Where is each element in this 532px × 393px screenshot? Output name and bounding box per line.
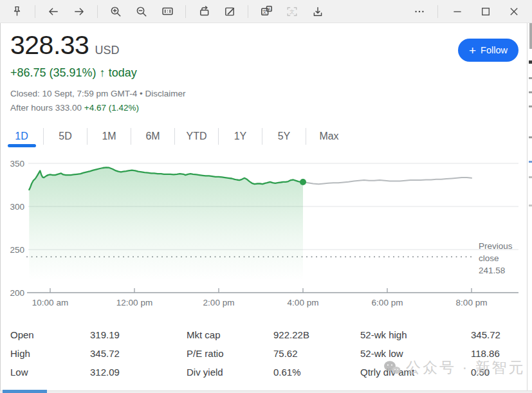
- download-icon[interactable]: [305, 0, 331, 23]
- maximize-icon[interactable]: [472, 0, 500, 23]
- stat-52wk-high: 52-wk high345.72: [360, 325, 521, 344]
- stat-low: Low312.09: [10, 363, 171, 381]
- stat-52wk-low: 52-wk low118.86: [360, 344, 521, 363]
- stat-div-yield: Div yield0.61%: [187, 363, 347, 381]
- toolbar-divider: [185, 5, 186, 18]
- stat-open: Open319.19: [10, 325, 171, 344]
- svg-text:10:00 am: 10:00 am: [32, 298, 68, 307]
- toolbar-divider: [248, 5, 248, 18]
- svg-text:2:00 pm: 2:00 pm: [203, 298, 235, 307]
- stat-pe-ratio: P/E ratio75.62: [187, 344, 347, 363]
- svg-text:250: 250: [10, 245, 24, 255]
- edit-icon[interactable]: [217, 0, 243, 23]
- extract-text-icon[interactable]: 文: [279, 0, 305, 23]
- svg-text:6:00 pm: 6:00 pm: [372, 298, 403, 307]
- svg-text:文: 文: [289, 8, 295, 14]
- zoom-in-icon[interactable]: [103, 0, 129, 23]
- right-edge-sliver: [527, 23, 532, 393]
- after-hours-line: After hours 333.00 +4.67 (1.42%): [10, 103, 139, 113]
- toolbar: A文 文: [0, 0, 532, 23]
- up-arrow-icon: ↑: [100, 66, 105, 79]
- more-icon[interactable]: [407, 0, 432, 23]
- zoom-out-icon[interactable]: [129, 0, 154, 23]
- actual-size-icon[interactable]: [154, 0, 180, 23]
- forward-icon[interactable]: [66, 0, 92, 23]
- svg-text:12:00 pm: 12:00 pm: [116, 298, 152, 307]
- tab-1y[interactable]: 1Y: [219, 125, 262, 148]
- price-change: +86.75 (35.91%) ↑ today: [10, 66, 137, 80]
- disclaimer-link[interactable]: Disclaimer: [145, 89, 186, 98]
- plus-icon: +: [469, 44, 476, 57]
- tab-5y[interactable]: 5Y: [262, 125, 306, 148]
- tab-max[interactable]: Max: [306, 125, 352, 148]
- tab-1d[interactable]: 1D: [0, 125, 43, 148]
- stock-price: 328.33: [10, 31, 89, 59]
- svg-text:文: 文: [262, 9, 267, 15]
- toolbar-divider: [437, 5, 438, 18]
- previous-close-label: Previous close 241.58: [479, 240, 513, 277]
- svg-text:200: 200: [10, 288, 24, 298]
- price-chart[interactable]: 35030025020010:00 am12:00 pm2:00 pm4:00 …: [0, 154, 532, 318]
- range-tabs: 1D 5D 1M 6M YTD 1Y 5Y Max: [0, 125, 352, 148]
- pin-icon[interactable]: [4, 0, 30, 23]
- vertical-scrollbar-thumb[interactable]: [529, 23, 532, 49]
- minimize-icon[interactable]: [443, 0, 472, 23]
- toolbar-divider: [97, 5, 98, 18]
- svg-text:8:00 pm: 8:00 pm: [456, 298, 488, 307]
- back-icon[interactable]: [41, 0, 66, 23]
- stat-mkt-cap: Mkt cap922.22B: [187, 325, 347, 344]
- svg-text:350: 350: [10, 159, 24, 169]
- app-window: A文 文 328.33 USD +86.75 (35.91%) ↑ today: [0, 0, 532, 393]
- rotate-icon[interactable]: [191, 0, 217, 23]
- stat-high: High345.72: [10, 344, 171, 363]
- after-hours-change: +4.67 (1.42%): [84, 103, 139, 113]
- close-icon[interactable]: [500, 0, 528, 23]
- translate-icon[interactable]: A文: [253, 0, 279, 23]
- tab-ytd[interactable]: YTD: [175, 125, 218, 148]
- toolbar-divider: [35, 5, 35, 18]
- svg-text:4:00 pm: 4:00 pm: [288, 298, 319, 307]
- currency-label: USD: [95, 44, 119, 57]
- horizontal-scrollbar-thumb[interactable]: [3, 390, 47, 393]
- svg-text:300: 300: [10, 202, 24, 212]
- tab-6m[interactable]: 6M: [131, 125, 174, 148]
- market-status: Closed: 10 Sept, 7:59 pm GMT-4 • Disclai…: [10, 89, 186, 98]
- tab-1m[interactable]: 1M: [87, 125, 131, 148]
- tab-5d[interactable]: 5D: [44, 125, 87, 148]
- horizontal-scrollbar-track[interactable]: [0, 390, 532, 393]
- stat-qtrly-div: Qtrly div amt0.50: [360, 363, 521, 381]
- follow-button[interactable]: + Follow: [458, 39, 518, 62]
- svg-text:A: A: [268, 7, 270, 11]
